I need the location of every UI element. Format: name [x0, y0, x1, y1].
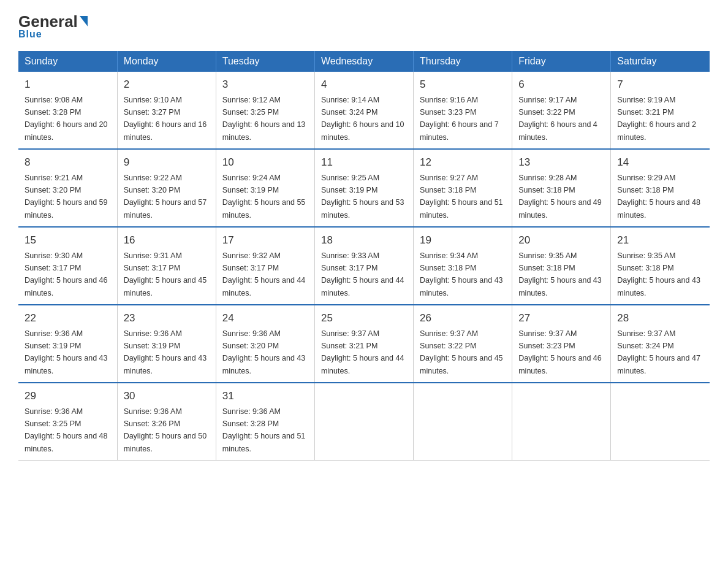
day-info: Sunrise: 9:19 AMSunset: 3:21 PMDaylight:…: [617, 96, 696, 142]
weekday-header-wednesday: Wednesday: [314, 51, 413, 72]
calendar-cell: 3Sunrise: 9:12 AMSunset: 3:25 PMDaylight…: [216, 72, 314, 149]
day-info: Sunrise: 9:29 AMSunset: 3:18 PMDaylight:…: [617, 174, 700, 220]
calendar-cell: 22Sunrise: 9:36 AMSunset: 3:19 PMDayligh…: [18, 305, 117, 383]
calendar-cell: 7Sunrise: 9:19 AMSunset: 3:21 PMDaylight…: [611, 72, 710, 149]
day-number: 8: [25, 155, 111, 170]
calendar-cell: 25Sunrise: 9:37 AMSunset: 3:21 PMDayligh…: [314, 305, 413, 383]
day-info: Sunrise: 9:36 AMSunset: 3:20 PMDaylight:…: [222, 329, 306, 375]
page-header: General Blue: [18, 12, 710, 40]
day-info: Sunrise: 9:16 AMSunset: 3:23 PMDaylight:…: [420, 96, 499, 142]
calendar-cell: 10Sunrise: 9:24 AMSunset: 3:19 PMDayligh…: [216, 149, 314, 227]
day-number: 4: [321, 77, 407, 93]
weekday-header-saturday: Saturday: [611, 51, 710, 72]
calendar-cell: 12Sunrise: 9:27 AMSunset: 3:18 PMDayligh…: [414, 149, 512, 227]
calendar-cell: 11Sunrise: 9:25 AMSunset: 3:19 PMDayligh…: [314, 149, 413, 227]
day-info: Sunrise: 9:25 AMSunset: 3:19 PMDaylight:…: [321, 174, 404, 220]
calendar-cell: 8Sunrise: 9:21 AMSunset: 3:20 PMDaylight…: [18, 149, 117, 227]
day-info: Sunrise: 9:37 AMSunset: 3:24 PMDaylight:…: [617, 329, 700, 375]
calendar-cell: [314, 383, 413, 461]
day-info: Sunrise: 9:22 AMSunset: 3:20 PMDaylight:…: [124, 174, 207, 220]
calendar-cell: 9Sunrise: 9:22 AMSunset: 3:20 PMDaylight…: [117, 149, 216, 227]
calendar-cell: 14Sunrise: 9:29 AMSunset: 3:18 PMDayligh…: [611, 149, 710, 227]
day-number: 17: [222, 232, 308, 248]
calendar-cell: 30Sunrise: 9:36 AMSunset: 3:26 PMDayligh…: [117, 383, 216, 461]
calendar-cell: 6Sunrise: 9:17 AMSunset: 3:22 PMDaylight…: [512, 72, 611, 149]
calendar-cell: 19Sunrise: 9:34 AMSunset: 3:18 PMDayligh…: [414, 227, 512, 305]
day-number: 28: [617, 310, 703, 326]
day-info: Sunrise: 9:33 AMSunset: 3:17 PMDaylight:…: [321, 251, 404, 297]
day-number: 5: [420, 77, 506, 93]
calendar-week-row: 29Sunrise: 9:36 AMSunset: 3:25 PMDayligh…: [18, 383, 710, 461]
day-info: Sunrise: 9:36 AMSunset: 3:19 PMDaylight:…: [124, 329, 207, 375]
calendar-cell: 5Sunrise: 9:16 AMSunset: 3:23 PMDaylight…: [414, 72, 512, 149]
calendar-cell: 31Sunrise: 9:36 AMSunset: 3:28 PMDayligh…: [216, 383, 314, 461]
day-info: Sunrise: 9:37 AMSunset: 3:23 PMDaylight:…: [518, 329, 602, 375]
day-number: 27: [518, 310, 604, 326]
day-number: 16: [124, 232, 210, 248]
day-number: 2: [124, 77, 210, 93]
day-info: Sunrise: 9:31 AMSunset: 3:17 PMDaylight:…: [124, 251, 207, 297]
day-info: Sunrise: 9:28 AMSunset: 3:18 PMDaylight:…: [518, 174, 602, 220]
calendar-cell: [414, 383, 512, 461]
day-info: Sunrise: 9:12 AMSunset: 3:25 PMDaylight:…: [222, 96, 306, 142]
day-info: Sunrise: 9:10 AMSunset: 3:27 PMDaylight:…: [124, 96, 207, 142]
day-number: 25: [321, 310, 407, 326]
day-number: 26: [420, 310, 506, 326]
day-number: 1: [25, 77, 111, 93]
calendar-week-row: 22Sunrise: 9:36 AMSunset: 3:19 PMDayligh…: [18, 305, 710, 383]
day-info: Sunrise: 9:37 AMSunset: 3:21 PMDaylight:…: [321, 329, 404, 375]
day-number: 21: [617, 232, 703, 248]
day-number: 12: [420, 155, 506, 170]
day-info: Sunrise: 9:08 AMSunset: 3:28 PMDaylight:…: [25, 96, 108, 142]
calendar-cell: 27Sunrise: 9:37 AMSunset: 3:23 PMDayligh…: [512, 305, 611, 383]
calendar-cell: 1Sunrise: 9:08 AMSunset: 3:28 PMDaylight…: [18, 72, 117, 149]
calendar-cell: 15Sunrise: 9:30 AMSunset: 3:17 PMDayligh…: [18, 227, 117, 305]
day-number: 15: [25, 232, 111, 248]
day-info: Sunrise: 9:37 AMSunset: 3:22 PMDaylight:…: [420, 329, 503, 375]
day-number: 19: [420, 232, 506, 248]
weekday-header-monday: Monday: [117, 51, 216, 72]
day-number: 24: [222, 310, 308, 326]
calendar-cell: 26Sunrise: 9:37 AMSunset: 3:22 PMDayligh…: [414, 305, 512, 383]
calendar-cell: 28Sunrise: 9:37 AMSunset: 3:24 PMDayligh…: [611, 305, 710, 383]
calendar-cell: 21Sunrise: 9:35 AMSunset: 3:18 PMDayligh…: [611, 227, 710, 305]
calendar-cell: 17Sunrise: 9:32 AMSunset: 3:17 PMDayligh…: [216, 227, 314, 305]
day-number: 6: [518, 77, 604, 93]
logo: General Blue: [18, 12, 88, 40]
calendar-table: SundayMondayTuesdayWednesdayThursdayFrid…: [18, 51, 710, 461]
calendar-cell: 16Sunrise: 9:31 AMSunset: 3:17 PMDayligh…: [117, 227, 216, 305]
day-number: 14: [617, 155, 703, 170]
calendar-cell: 2Sunrise: 9:10 AMSunset: 3:27 PMDaylight…: [117, 72, 216, 149]
calendar-week-row: 15Sunrise: 9:30 AMSunset: 3:17 PMDayligh…: [18, 227, 710, 305]
day-info: Sunrise: 9:17 AMSunset: 3:22 PMDaylight:…: [518, 96, 597, 142]
day-info: Sunrise: 9:34 AMSunset: 3:18 PMDaylight:…: [420, 251, 503, 297]
calendar-cell: [512, 383, 611, 461]
day-info: Sunrise: 9:32 AMSunset: 3:17 PMDaylight:…: [222, 251, 306, 297]
logo-blue-text: Blue: [18, 29, 42, 40]
calendar-cell: 18Sunrise: 9:33 AMSunset: 3:17 PMDayligh…: [314, 227, 413, 305]
calendar-cell: [611, 383, 710, 461]
calendar-week-row: 8Sunrise: 9:21 AMSunset: 3:20 PMDaylight…: [18, 149, 710, 227]
calendar-cell: 24Sunrise: 9:36 AMSunset: 3:20 PMDayligh…: [216, 305, 314, 383]
day-number: 30: [124, 388, 210, 404]
calendar-cell: 29Sunrise: 9:36 AMSunset: 3:25 PMDayligh…: [18, 383, 117, 461]
day-info: Sunrise: 9:35 AMSunset: 3:18 PMDaylight:…: [617, 251, 700, 297]
day-number: 20: [518, 232, 604, 248]
day-number: 11: [321, 155, 407, 170]
calendar-cell: 4Sunrise: 9:14 AMSunset: 3:24 PMDaylight…: [314, 72, 413, 149]
logo-triangle-icon: [80, 16, 88, 26]
day-info: Sunrise: 9:35 AMSunset: 3:18 PMDaylight:…: [518, 251, 602, 297]
day-info: Sunrise: 9:21 AMSunset: 3:20 PMDaylight:…: [25, 174, 108, 220]
calendar-cell: 20Sunrise: 9:35 AMSunset: 3:18 PMDayligh…: [512, 227, 611, 305]
day-info: Sunrise: 9:30 AMSunset: 3:17 PMDaylight:…: [25, 251, 108, 297]
day-number: 18: [321, 232, 407, 248]
day-info: Sunrise: 9:36 AMSunset: 3:28 PMDaylight:…: [222, 407, 306, 453]
day-number: 7: [617, 77, 703, 93]
weekday-header-thursday: Thursday: [414, 51, 512, 72]
day-number: 10: [222, 155, 308, 170]
day-number: 13: [518, 155, 604, 170]
day-number: 29: [25, 388, 111, 404]
day-number: 31: [222, 388, 308, 404]
day-number: 3: [222, 77, 308, 93]
day-info: Sunrise: 9:27 AMSunset: 3:18 PMDaylight:…: [420, 174, 503, 220]
